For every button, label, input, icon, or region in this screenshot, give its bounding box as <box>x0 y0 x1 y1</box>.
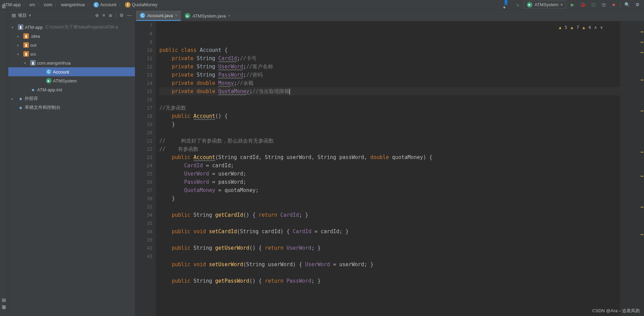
code-line[interactable]: private String CardId;//卡号 <box>159 54 620 63</box>
tree-item[interactable]: ▸▮out <box>8 41 135 49</box>
code-line[interactable]: //无参函数 <box>159 104 620 112</box>
code-line[interactable]: private double Money;//余额 <box>159 79 620 87</box>
line-number[interactable]: 20 <box>137 128 152 137</box>
breadcrumb-item[interactable]: ATM-app <box>3 2 21 7</box>
code-line[interactable]: // 有参函数 <box>159 145 620 153</box>
project-tree[interactable]: ▾▮ATM-appC:\Users\为了谁\IdeaProjects\ATM-a… <box>8 21 135 316</box>
hide-icon[interactable]: — <box>127 13 132 18</box>
run-config-selector[interactable]: ▸ ATMSystem ▾ <box>524 1 566 9</box>
error-stripe[interactable] <box>620 21 644 316</box>
next-highlight-icon[interactable]: ∨ <box>600 23 603 32</box>
breadcrumb-item[interactable]: com <box>44 2 53 7</box>
line-number[interactable]: 27 <box>137 186 152 194</box>
tree-item[interactable]: ▸ATMSystem <box>8 76 135 85</box>
code-line[interactable] <box>159 219 620 227</box>
code-line[interactable] <box>159 236 620 244</box>
code-line[interactable]: public String getCardId() { return CardI… <box>159 211 620 219</box>
line-number[interactable]: 23 <box>137 153 152 161</box>
code-line[interactable]: public void setCardId(String cardId) { C… <box>159 227 620 236</box>
line-number[interactable]: 11 <box>137 54 152 63</box>
line-number[interactable]: 26 <box>137 178 152 186</box>
code-line[interactable] <box>159 252 620 260</box>
inspections-summary[interactable]: ▲5 ▲7 ▲4 ∧ ∨ <box>559 23 603 32</box>
line-number[interactable]: 15 <box>137 87 152 95</box>
code-line[interactable]: } <box>159 120 620 128</box>
code-line[interactable]: PassWord = passWord; <box>159 178 620 186</box>
close-icon[interactable]: × <box>228 13 230 18</box>
line-number[interactable]: 24 <box>137 161 152 170</box>
tree-arrow-icon[interactable]: ▸ <box>17 43 22 47</box>
line-number[interactable]: 35 <box>137 219 152 227</box>
line-number[interactable]: 8 <box>137 30 152 38</box>
line-number[interactable]: 38 <box>137 227 152 236</box>
tree-item[interactable]: CAccount <box>8 67 135 76</box>
line-number[interactable]: 12 <box>137 63 152 71</box>
expand-all-icon[interactable]: ≡ <box>102 13 105 18</box>
tree-arrow-icon[interactable]: ▸ <box>17 34 22 38</box>
run-button-icon[interactable]: ▶ <box>569 1 576 9</box>
tree-item[interactable]: ▾▮ATM-appC:\Users\为了谁\IdeaProjects\ATM-a <box>8 23 135 32</box>
line-number[interactable]: 42 <box>137 244 152 252</box>
line-number[interactable]: 16 <box>137 95 152 104</box>
tree-item[interactable]: ▾▮src <box>8 49 135 58</box>
code-line[interactable]: private String UserWord;//客户名称 <box>159 63 620 71</box>
line-number[interactable]: 25 <box>137 170 152 178</box>
code-line[interactable]: public Account(String cardId, String use… <box>159 153 620 161</box>
line-number[interactable]: 17 <box>137 104 152 112</box>
line-number[interactable]: 39 <box>137 236 152 244</box>
breadcrumb-item[interactable]: CAccount <box>93 2 116 8</box>
code-line[interactable]: public String getUserWord() { return Use… <box>159 244 620 252</box>
line-number[interactable]: 9 <box>137 38 152 46</box>
line-number[interactable]: 13 <box>137 71 152 79</box>
line-number[interactable]: 10 <box>137 46 152 54</box>
stop-icon[interactable]: ■ <box>610 1 618 9</box>
debug-icon[interactable]: 🐞 <box>579 1 587 9</box>
code-line[interactable]: public String getPassWord() { return Pas… <box>159 277 620 285</box>
breadcrumb-item[interactable]: src <box>30 2 35 7</box>
code-line[interactable]: private String PassWord;//密码 <box>159 71 620 79</box>
tree-arrow-icon[interactable]: ▾ <box>17 52 22 56</box>
code-line[interactable]: QuotaMoney = quotaMoney; <box>159 186 620 194</box>
code-line[interactable]: // 构造好了有参函数，那么就会有无参函数 <box>159 137 620 145</box>
hammer-icon[interactable]: ↘ <box>513 1 521 9</box>
profiler-icon[interactable]: ◷ <box>600 1 607 9</box>
collapse-all-icon[interactable]: ≣ <box>109 13 112 18</box>
code-line[interactable] <box>159 128 620 137</box>
line-number[interactable]: 19 <box>137 120 152 128</box>
tree-arrow-icon[interactable]: ▸ <box>12 97 16 101</box>
code-line[interactable]: 💡 private double QuotaMoney;//当次取现限额 <box>159 87 620 95</box>
settings-icon[interactable]: ⚙ <box>634 1 641 9</box>
select-opened-icon[interactable]: ⊕ <box>95 13 99 18</box>
code-line[interactable]: public Account() { <box>159 112 620 120</box>
coverage-icon[interactable]: ⬡ <box>589 1 597 9</box>
breadcrumb-item[interactable]: wangxinhua <box>61 2 84 7</box>
line-number[interactable]: 22 <box>137 145 152 153</box>
chevron-down-icon[interactable]: ▾ <box>29 13 31 18</box>
line-number[interactable]: 21 <box>137 137 152 145</box>
line-number[interactable]: 31 <box>137 203 152 211</box>
close-icon[interactable]: × <box>175 13 177 18</box>
code-editor[interactable]: ▲5 ▲7 ▲4 ∧ ∨ public class Account { priv… <box>156 21 620 316</box>
line-number[interactable]: 7 <box>137 21 152 30</box>
gear-icon[interactable]: ⚙ <box>120 13 124 18</box>
code-line[interactable] <box>159 269 620 277</box>
tree-item[interactable]: ▾▮com.wangxinhua <box>8 58 135 67</box>
breadcrumb-item[interactable]: fQuotaMoney <box>125 2 157 8</box>
search-icon[interactable]: 🔍 <box>623 1 631 9</box>
prev-highlight-icon[interactable]: ∧ <box>595 23 597 32</box>
code-line[interactable]: public void setUserWord(String userWord)… <box>159 260 620 269</box>
line-number[interactable]: 18 <box>137 112 152 120</box>
tree-item[interactable]: ▸▮.idea <box>8 32 135 41</box>
line-number[interactable]: 30 <box>137 194 152 203</box>
tree-arrow-icon[interactable]: ▾ <box>24 61 29 65</box>
line-number[interactable]: 14 <box>137 79 152 87</box>
code-line[interactable]: UserWord = userWord; <box>159 170 620 178</box>
code-line[interactable]: public class Account { <box>159 46 620 54</box>
tree-item[interactable]: ▸◆外部库 <box>8 94 135 103</box>
code-line[interactable]: CardId = cardId; <box>159 161 620 170</box>
line-number[interactable]: 43 <box>137 252 152 260</box>
tree-item[interactable]: ◆ATM-app.iml <box>8 85 135 94</box>
editor-tab[interactable]: ▸ATMSystem.java× <box>181 11 234 21</box>
code-line[interactable]: } <box>159 194 620 203</box>
tree-item[interactable]: ◆草稿文件和控制台 <box>8 103 135 112</box>
